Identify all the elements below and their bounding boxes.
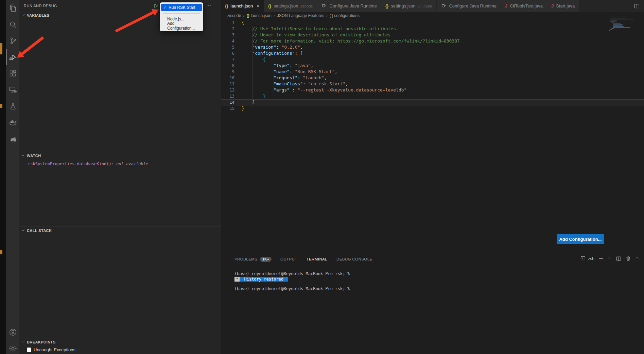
- add-configuration-button[interactable]: Add Configuration...: [557, 234, 604, 244]
- minimap-line: [613, 25, 622, 26]
- section-label: BREAKPOINTS: [27, 340, 55, 344]
- line-number: 14: [221, 99, 234, 105]
- cup-icon: [321, 3, 327, 9]
- breadcrumb-item[interactable]: .vscode: [227, 13, 241, 18]
- tab-settings-json[interactable]: {}settings.json.vscode: [264, 0, 317, 12]
- tab-label: launch.json: [230, 3, 253, 9]
- java-runtime-cup-icon: [321, 3, 327, 9]
- line-number: 8: [221, 63, 234, 69]
- chevron-down-icon: [21, 339, 26, 345]
- activity-item-settings[interactable]: [6, 340, 19, 354]
- extensions-icon: [8, 69, 17, 78]
- panel-toolbar-icons: [598, 256, 639, 262]
- tab-launch-json[interactable]: {}launch.json×: [221, 0, 264, 12]
- line-content: // For more information, visit: https://…: [242, 38, 460, 44]
- panel-tab-output[interactable]: OUTPUT: [280, 253, 297, 265]
- plus-icon: [598, 256, 604, 262]
- trash-icon[interactable]: [625, 256, 631, 262]
- activity-item-remote-explorer[interactable]: [6, 82, 19, 98]
- watch-value: not available: [116, 162, 148, 166]
- search-icon: [8, 20, 17, 29]
- watch-expression: rskSystemProperties.databaseKind():: [28, 162, 114, 166]
- panel-tab-debug-console[interactable]: DEBUG CONSOLE: [336, 253, 372, 265]
- section-header-breakpoints[interactable]: BREAKPOINTS: [19, 338, 221, 346]
- chevron-down-icon: [21, 228, 25, 233]
- activity-item-accounts[interactable]: [6, 324, 19, 340]
- panel-tab-terminal[interactable]: TERMINAL: [306, 253, 328, 265]
- terminal-output[interactable]: (base) reynoldmorel@Reynolds-MacBook-Pro…: [234, 271, 644, 291]
- tab-start-java[interactable]: JStart.java: [547, 0, 579, 12]
- activity-item-gradle[interactable]: [6, 131, 19, 147]
- minimap[interactable]: [609, 16, 636, 31]
- menu-items: Node.js...Add Configuration...: [160, 16, 203, 29]
- line-number: 9: [221, 69, 234, 75]
- breadcrumb-item[interactable]: {}launch.json: [246, 13, 271, 18]
- breakpoint-row[interactable]: Uncaught Exceptions: [27, 347, 221, 352]
- minimap-line: [609, 30, 610, 31]
- tab-label: Configure Java Runtime: [449, 3, 496, 9]
- line-content: "type": "java",: [242, 63, 313, 69]
- activity-item-explorer[interactable]: [6, 0, 19, 16]
- chevron-down-icon[interactable]: [608, 256, 612, 262]
- activity-item-source-control[interactable]: [6, 33, 19, 49]
- tab-configure-java-runtime[interactable]: Configure Java Runtime: [317, 0, 381, 12]
- background-orange-mark: [0, 43, 2, 54]
- bottom-panel: PROBLEMS1K+OUTPUTTERMINALDEBUG CONSOLE z…: [221, 253, 644, 354]
- activity-item-docker[interactable]: [6, 114, 19, 131]
- tab-clitoolstest-java[interactable]: JCliToolsTest.java: [501, 0, 547, 12]
- trash-icon: [625, 256, 631, 262]
- line-number: 11: [221, 81, 234, 87]
- code-editor[interactable]: 1{2 // Use IntelliSense to learn about p…: [221, 19, 644, 253]
- activity-bar-top: [6, 0, 19, 147]
- code-line-3: 3 // Hover to view descriptions of exist…: [221, 32, 644, 38]
- section-label: WATCH: [27, 154, 41, 158]
- minimap-line: [610, 17, 627, 17]
- tab-configure-java-runtime[interactable]: Configure Java Runtime: [437, 0, 501, 12]
- remote-explorer-icon: [8, 85, 17, 94]
- menu-item-run-rsk-start[interactable]: ✓ Run RSK Start: [161, 4, 202, 11]
- breadcrumb-separator: ›: [273, 13, 276, 18]
- split-icon[interactable]: [616, 256, 622, 262]
- minimap-line: [610, 21, 617, 21]
- split-editor-icon[interactable]: [634, 3, 640, 9]
- tab-label: CliToolsTest.java: [510, 3, 543, 9]
- java-icon: J: [551, 3, 554, 9]
- explorer-icon: [8, 4, 17, 13]
- plus-icon[interactable]: [598, 256, 604, 262]
- code-lines: 1{2 // Use IntelliSense to learn about p…: [221, 20, 644, 112]
- panel-tab-problems[interactable]: PROBLEMS1K+: [234, 253, 272, 265]
- chevron-down-icon: [21, 13, 25, 17]
- selected-configuration-label: Run RSK Start: [169, 5, 195, 10]
- testing-icon: [8, 102, 17, 111]
- close-icon[interactable]: ×: [257, 3, 260, 9]
- tab-settings-json[interactable]: {}settings.json~/.../User: [381, 0, 437, 12]
- minimap-line: [610, 18, 627, 18]
- activity-item-extensions[interactable]: [6, 65, 19, 82]
- menu-item-add-configuration[interactable]: Add Configuration...: [160, 22, 203, 29]
- section-variables: VARIABLES: [19, 12, 221, 152]
- watch-expression-row[interactable]: rskSystemProperties.databaseKind(): not …: [28, 162, 221, 166]
- line-number: 5: [221, 44, 234, 50]
- tab-label: Start.java: [556, 3, 575, 9]
- code-line-6: 6 "configurations": [: [221, 50, 644, 56]
- minimap-line: [611, 28, 614, 29]
- section-header-watch[interactable]: WATCH: [19, 152, 221, 159]
- chevron-down-icon: [21, 153, 25, 158]
- activity-item-search[interactable]: [6, 16, 19, 33]
- shell-selector[interactable]: zsh: [580, 256, 594, 262]
- minimap-line: [611, 22, 614, 22]
- activity-item-testing[interactable]: [6, 98, 19, 114]
- more-icon[interactable]: [206, 3, 211, 9]
- breadcrumb-item[interactable]: [ ]configurations: [330, 13, 360, 18]
- activity-bar-bottom: [6, 324, 19, 354]
- array-symbol-icon: [ ]: [330, 14, 333, 18]
- breadcrumb-item[interactable]: JSON Language Features: [277, 13, 324, 18]
- code-line-12: 12 "args" : "--regtest -Xkeyvalue.dataso…: [221, 87, 644, 93]
- terminal-icon: [580, 256, 586, 262]
- chevron-up-icon[interactable]: [635, 256, 639, 262]
- section-header-call-stack[interactable]: CALL STACK: [19, 227, 221, 234]
- line-content: "version": "0.2.0",: [242, 44, 303, 50]
- uncaught-exceptions-checkbox[interactable]: [27, 348, 31, 352]
- split-icon: [634, 3, 640, 9]
- json-icon: {}: [385, 4, 388, 9]
